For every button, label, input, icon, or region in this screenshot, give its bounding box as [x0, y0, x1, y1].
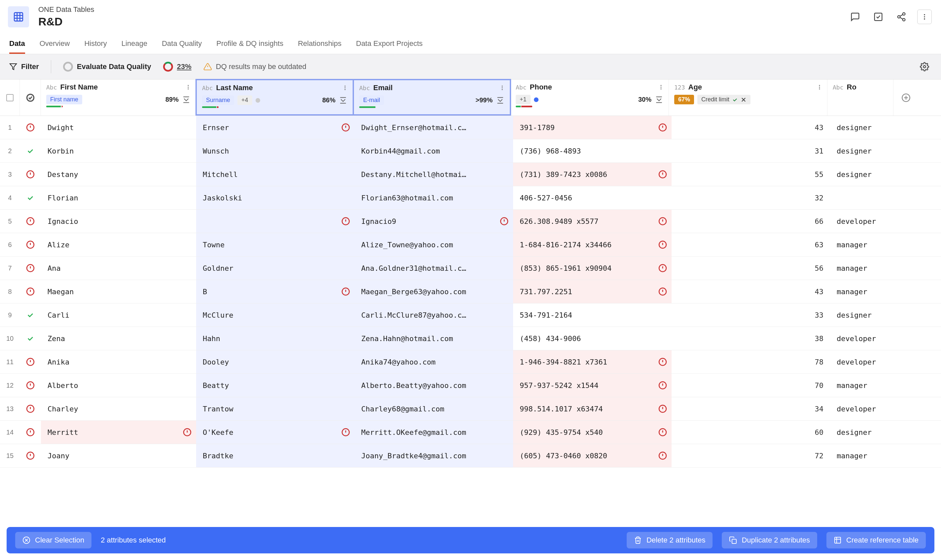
cell-age[interactable]: 38	[672, 327, 830, 350]
dq-filter-icon[interactable]	[496, 96, 504, 105]
cell-first-name[interactable]: Alize	[41, 233, 196, 256]
tab-data-quality[interactable]: Data Quality	[162, 35, 202, 54]
cell-last-name[interactable]	[196, 210, 355, 233]
settings-icon[interactable]	[917, 60, 932, 74]
cell-age[interactable]: 56	[672, 257, 830, 280]
cell-first-name[interactable]: Maegan	[41, 280, 196, 303]
cell-first-name[interactable]: Joany	[41, 444, 196, 467]
table-row[interactable]: 1DwightErnserDwight_Ernser@hotmail.c…391…	[0, 116, 941, 139]
cell-last-name[interactable]: Beatty	[196, 374, 355, 397]
cell-phone[interactable]: 998.514.1017 x63474	[513, 397, 672, 420]
cell-email[interactable]: Alize_Towne@yahoo.com	[355, 233, 513, 256]
table-row[interactable]: 4FlorianJaskolskiFlorian63@hotmail.com40…	[0, 186, 941, 210]
cell-last-name[interactable]: Jaskolski	[196, 186, 355, 209]
term-chip[interactable]: E-mail	[359, 95, 384, 105]
cell-email[interactable]: Anika74@yahoo.com	[355, 350, 513, 374]
column-menu-icon[interactable]	[658, 84, 664, 90]
cell-role[interactable]: designer	[830, 163, 896, 186]
more-chips[interactable]: +4	[237, 95, 252, 105]
term-chip[interactable]: First name	[46, 95, 82, 104]
cell-first-name[interactable]: Zena	[41, 327, 196, 350]
table-row[interactable]: 11AnikaDooleyAnika74@yahoo.com1-946-394-…	[0, 350, 941, 374]
cell-last-name[interactable]: McClure	[196, 303, 355, 326]
table-row[interactable]: 15JoanyBradtkeJoany_Bradtke4@gmail.com(6…	[0, 444, 941, 468]
column-header-email[interactable]: AbcEmail E-mail >99%	[353, 79, 511, 115]
table-row[interactable]: 3DestanyMitchellDestany.Mitchell@hotmai……	[0, 163, 941, 186]
cell-age[interactable]: 43	[672, 116, 830, 139]
column-header-role[interactable]: AbcRo	[827, 80, 893, 115]
filter-button[interactable]: Filter	[9, 62, 39, 71]
cell-role[interactable]: manager	[830, 233, 896, 256]
cell-age[interactable]: 43	[672, 280, 830, 303]
cell-first-name[interactable]: Dwight	[41, 116, 196, 139]
cell-age[interactable]: 31	[672, 139, 830, 162]
cell-first-name[interactable]: Charley	[41, 397, 196, 420]
dq-filter-icon[interactable]	[339, 96, 347, 105]
column-menu-icon[interactable]	[185, 84, 191, 90]
check-icon[interactable]	[732, 97, 738, 103]
cell-email[interactable]: Dwight_Ernser@hotmail.c…	[355, 116, 513, 139]
table-row[interactable]: 7AnaGoldnerAna.Goldner31@hotmail.c…(853)…	[0, 257, 941, 280]
cell-last-name[interactable]: O'Keefe	[196, 421, 355, 444]
cell-email[interactable]: Merritt.OKeefe@gmail.com	[355, 421, 513, 444]
table-row[interactable]: 13CharleyTrantowCharley68@gmail.com998.5…	[0, 397, 941, 421]
duplicate-attrs-button[interactable]: Duplicate 2 attributes	[722, 532, 817, 548]
delete-attrs-button[interactable]: Delete 2 attributes	[627, 532, 713, 548]
cell-phone[interactable]: (929) 435-9754 x540	[513, 421, 672, 444]
cell-first-name[interactable]: Florian	[41, 186, 196, 209]
cell-age[interactable]: 32	[672, 186, 830, 209]
create-ref-table-button[interactable]: Create reference table	[826, 532, 926, 548]
cell-last-name[interactable]: Mitchell	[196, 163, 355, 186]
more-chips[interactable]: +1	[516, 95, 530, 104]
cell-role[interactable]: developer	[830, 327, 896, 350]
cell-last-name[interactable]: Bradtke	[196, 444, 355, 467]
table-row[interactable]: 2KorbinWunschKorbin44@gmail.com(736) 968…	[0, 139, 941, 163]
cell-email[interactable]: Korbin44@gmail.com	[355, 139, 513, 162]
cell-role[interactable]: manager	[830, 374, 896, 397]
table-row[interactable]: 12AlbertoBeattyAlberto.Beatty@yahoo.com9…	[0, 374, 941, 397]
cell-age[interactable]: 78	[672, 350, 830, 374]
cell-role[interactable]	[830, 186, 896, 209]
cell-role[interactable]: developer	[830, 210, 896, 233]
cell-first-name[interactable]: Korbin	[41, 139, 196, 162]
cell-phone[interactable]: 1-946-394-8821 x7361	[513, 350, 672, 374]
task-check-icon[interactable]	[871, 9, 886, 24]
cell-email[interactable]: Charley68@gmail.com	[355, 397, 513, 420]
cell-email[interactable]: Carli.McClure87@yahoo.c…	[355, 303, 513, 326]
evaluate-button[interactable]: Evaluate Data Quality	[63, 62, 151, 72]
cell-age[interactable]: 33	[672, 303, 830, 326]
cell-phone[interactable]: 731.797.2251	[513, 280, 672, 303]
dq-filter-icon[interactable]	[182, 95, 191, 104]
table-row[interactable]: 9CarliMcClureCarli.McClure87@yahoo.c…534…	[0, 303, 941, 327]
cell-phone[interactable]: 1-684-816-2174 x34466	[513, 233, 672, 256]
close-icon[interactable]	[741, 97, 747, 103]
cell-last-name[interactable]: Hahn	[196, 327, 355, 350]
column-header-age[interactable]: 123Age 67% Credit limit	[669, 80, 827, 115]
cell-last-name[interactable]: B	[196, 280, 355, 303]
column-menu-icon[interactable]	[499, 85, 505, 91]
cell-phone[interactable]: 406-527-0456	[513, 186, 672, 209]
cell-last-name[interactable]: Trantow	[196, 397, 355, 420]
cell-email[interactable]: Joany_Bradtke4@gmail.com	[355, 444, 513, 467]
table-row[interactable]: 6AlizeTowneAlize_Towne@yahoo.com1-684-81…	[0, 233, 941, 257]
cell-age[interactable]: 63	[672, 233, 830, 256]
select-all-checkbox[interactable]	[0, 80, 20, 115]
cell-role[interactable]: designer	[830, 421, 896, 444]
column-header-last-name[interactable]: AbcLast Name Surname +4 86%	[195, 79, 354, 115]
cell-role[interactable]: developer	[830, 350, 896, 374]
cell-email[interactable]: Ignacio9	[355, 210, 513, 233]
table-row[interactable]: 10ZenaHahnZena.Hahn@hotmail.com(458) 434…	[0, 327, 941, 350]
cell-last-name[interactable]: Dooley	[196, 350, 355, 374]
cell-age[interactable]: 55	[672, 163, 830, 186]
cell-email[interactable]: Zena.Hahn@hotmail.com	[355, 327, 513, 350]
cell-role[interactable]: manager	[830, 257, 896, 280]
cell-first-name[interactable]: Ignacio	[41, 210, 196, 233]
comment-icon[interactable]	[848, 9, 863, 24]
tab-data[interactable]: Data	[9, 35, 25, 54]
cell-role[interactable]: designer	[830, 116, 896, 139]
tab-export[interactable]: Data Export Projects	[356, 35, 423, 54]
overall-quality[interactable]: 23%	[163, 62, 192, 72]
cell-phone[interactable]: (605) 473-0460 x0820	[513, 444, 672, 467]
cell-phone[interactable]: (731) 389-7423 x0086	[513, 163, 672, 186]
cell-role[interactable]: manager	[830, 280, 896, 303]
